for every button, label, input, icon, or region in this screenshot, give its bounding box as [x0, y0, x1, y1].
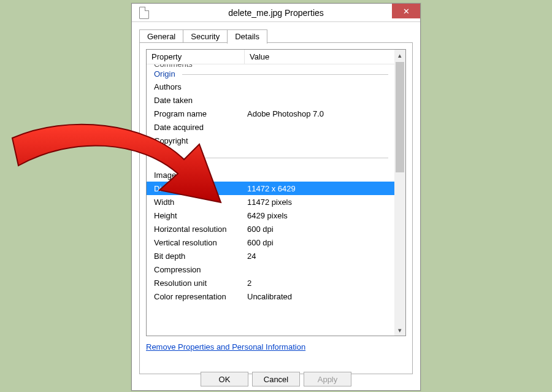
properties-dialog: delete_me.jpg Properties ✕ General Secur…	[131, 3, 421, 391]
tab-panel-details: Property Value Comments Origin Authors	[139, 43, 413, 374]
section-divider	[147, 147, 405, 168]
row-bit-depth[interactable]: Bit depth 24	[147, 249, 405, 263]
row-resolution-unit[interactable]: Resolution unit 2	[147, 276, 405, 290]
column-header-property[interactable]: Property	[147, 50, 245, 64]
column-header-value[interactable]: Value	[245, 50, 405, 64]
tab-details[interactable]: Details	[227, 29, 267, 44]
apply-button[interactable]: Apply	[304, 372, 351, 386]
column-headers: Property Value	[147, 50, 405, 64]
row-copyright[interactable]: Copyright	[147, 134, 405, 147]
tab-security[interactable]: Security	[183, 29, 228, 43]
remove-properties-link[interactable]: Remove Properties and Personal Informati…	[146, 342, 305, 352]
row-date-acquired[interactable]: Date acquired	[147, 120, 405, 134]
document-icon	[139, 7, 149, 19]
titlebar: delete_me.jpg Properties ✕	[132, 4, 420, 22]
vertical-scrollbar[interactable]: ▴ ▾	[394, 50, 405, 336]
row-dimensions[interactable]: Dimensions 11472 x 6429	[147, 182, 405, 195]
dialog-buttons: OK Cancel Apply	[132, 372, 420, 386]
ok-button[interactable]: OK	[201, 372, 248, 386]
properties-list: Property Value Comments Origin Authors	[146, 49, 406, 336]
row-date-taken[interactable]: Date taken	[147, 93, 405, 107]
scroll-thumb[interactable]	[396, 62, 404, 172]
row-authors[interactable]: Authors	[147, 80, 405, 93]
close-button[interactable]: ✕	[392, 4, 420, 18]
cancel-button[interactable]: Cancel	[252, 372, 300, 386]
properties-rows: Comments Origin Authors Date taken Progr…	[147, 64, 405, 334]
row-program-name[interactable]: Program name Adobe Photoshop 7.0	[147, 107, 405, 120]
row-width[interactable]: Width 11472 pixels	[147, 195, 405, 209]
row-horizontal-resolution[interactable]: Horizontal resolution 600 dpi	[147, 222, 405, 236]
scroll-up-icon[interactable]: ▴	[394, 50, 405, 61]
tab-strip: General Security Details	[139, 29, 413, 43]
row-compression[interactable]: Compression	[147, 263, 405, 276]
group-origin: Origin	[147, 68, 405, 80]
row-color-representation[interactable]: Color representation Uncalibrated	[147, 290, 405, 303]
row-height[interactable]: Height 6429 pixels	[147, 209, 405, 222]
close-icon: ✕	[403, 7, 410, 16]
row-image-id[interactable]: Image ID	[147, 168, 405, 182]
scroll-down-icon[interactable]: ▾	[394, 325, 405, 336]
tab-general[interactable]: General	[139, 29, 183, 43]
row-vertical-resolution[interactable]: Vertical resolution 600 dpi	[147, 236, 405, 249]
window-title: delete_me.jpg Properties	[132, 8, 420, 18]
